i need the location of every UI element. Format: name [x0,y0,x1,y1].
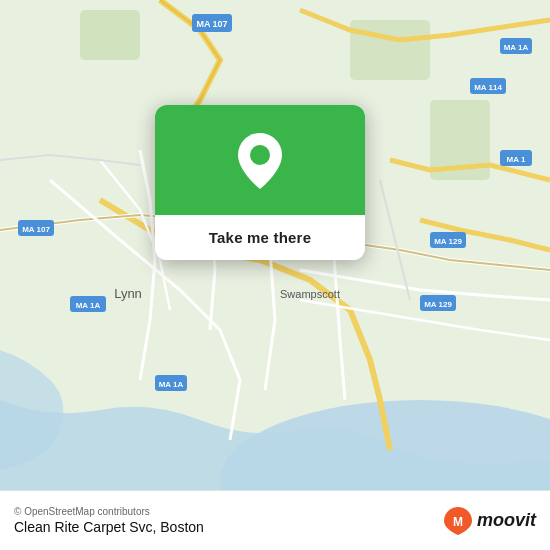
svg-rect-3 [350,20,430,80]
svg-text:MA 107: MA 107 [22,225,50,234]
popup-header [155,105,365,215]
footer-info: © OpenStreetMap contributors Clean Rite … [14,506,204,535]
place-name-label: Clean Rite Carpet Svc, Boston [14,519,204,535]
location-popup: Take me there [155,105,365,260]
map-area[interactable]: MA 107 MA 1A MA 107 MA 129 MA 114 MA 1A … [0,0,550,490]
svg-text:MA 129: MA 129 [434,237,462,246]
osm-attribution: © OpenStreetMap contributors [14,506,204,517]
svg-rect-2 [80,10,140,60]
moovit-brand-text: moovit [477,510,536,531]
svg-text:Lynn: Lynn [114,286,142,301]
footer-bar: © OpenStreetMap contributors Clean Rite … [0,490,550,550]
svg-text:MA 129: MA 129 [424,300,452,309]
svg-text:MA 114: MA 114 [474,83,502,92]
svg-text:MA 107: MA 107 [196,19,227,29]
svg-text:MA 1A: MA 1A [159,380,184,389]
moovit-icon: M [444,507,472,535]
svg-text:MA 1: MA 1 [507,155,526,164]
svg-text:MA 1A: MA 1A [504,43,529,52]
svg-text:Swampscott: Swampscott [280,288,340,300]
moovit-logo: M moovit [444,507,536,535]
svg-point-25 [250,145,270,165]
svg-text:MA 1A: MA 1A [76,301,101,310]
location-pin-icon [238,133,282,187]
take-me-there-button[interactable]: Take me there [155,215,365,260]
svg-text:M: M [453,515,463,529]
